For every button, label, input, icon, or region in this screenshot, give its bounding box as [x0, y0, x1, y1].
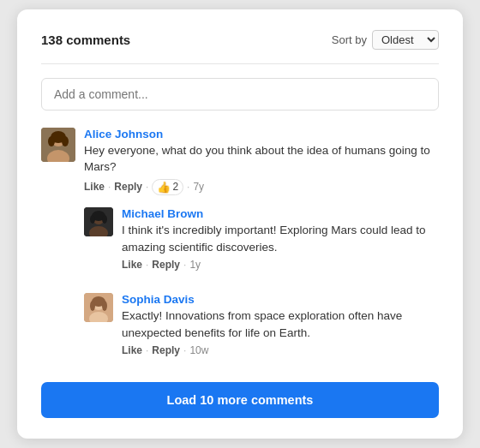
comment-actions-sophia: Like · Reply · 10w: [122, 344, 439, 356]
header-divider: [41, 63, 439, 64]
comment-text-sophia: Exactly! Innovations from space explorat…: [122, 308, 439, 341]
comment-michael: Michael Brown I think it's incredibly im…: [84, 207, 439, 271]
time-sophia: 10w: [189, 344, 208, 356]
reply-link-michael[interactable]: Reply: [152, 259, 180, 271]
avatar-sophia: [84, 293, 113, 322]
svg-point-11: [102, 215, 107, 224]
like-link-sophia[interactable]: Like: [122, 344, 142, 356]
comment-text-alice: Hey everyone, what do you think about th…: [84, 142, 439, 176]
comment-sophia: Sophia Davis Exactly! Innovations from s…: [84, 293, 439, 356]
avatar-michael: [84, 207, 113, 236]
comment-actions-alice: Like · Reply · 👍 2 · 7y: [84, 179, 439, 195]
svg-point-10: [90, 215, 95, 224]
username-alice: Alice Johnson: [84, 128, 439, 140]
thumbs-up-icon: 👍: [157, 181, 171, 194]
comment-alice: Alice Johnson Hey everyone, what do you …: [41, 128, 439, 195]
comment-body-sophia: Sophia Davis Exactly! Innovations from s…: [122, 293, 439, 356]
like-link-alice[interactable]: Like: [84, 181, 105, 193]
comment-input-row: [41, 78, 439, 111]
reply-link-sophia[interactable]: Reply: [152, 344, 180, 356]
comments-card: 138 comments Sort by Oldest Newest Top: [17, 9, 463, 439]
sort-by-label: Sort by: [332, 33, 367, 46]
svg-point-4: [48, 136, 55, 146]
username-sophia: Sophia Davis: [122, 293, 439, 306]
comments-list: Alice Johnson Hey everyone, what do you …: [41, 128, 439, 375]
comments-count: 138 comments: [41, 33, 130, 47]
sort-select[interactable]: Oldest Newest Top: [372, 30, 439, 50]
comment-body-alice: Alice Johnson Hey everyone, what do you …: [84, 128, 439, 195]
time-alice: 7y: [193, 181, 204, 193]
like-badge-alice: 👍 2: [152, 179, 183, 195]
time-michael: 1y: [189, 259, 201, 271]
load-more-button[interactable]: Load 10 more comments: [41, 382, 439, 418]
comment-body-michael: Michael Brown I think it's incredibly im…: [122, 207, 439, 271]
username-michael: Michael Brown: [122, 207, 439, 220]
comment-actions-michael: Like · Reply · 1y: [122, 259, 439, 271]
comment-text-michael: I think it's incredibly important! Explo…: [122, 222, 439, 255]
avatar-alice: [41, 128, 75, 162]
reply-link-alice[interactable]: Reply: [114, 181, 142, 193]
svg-point-5: [62, 136, 69, 146]
svg-point-16: [90, 301, 95, 311]
sort-by-container: Sort by Oldest Newest Top: [332, 30, 439, 50]
like-link-michael[interactable]: Like: [122, 259, 142, 271]
comment-input[interactable]: [41, 78, 439, 111]
replies-container: Michael Brown I think it's incredibly im…: [84, 207, 439, 368]
like-count-alice: 2: [172, 181, 178, 193]
svg-point-17: [102, 301, 107, 311]
comments-header: 138 comments Sort by Oldest Newest Top: [41, 30, 439, 50]
